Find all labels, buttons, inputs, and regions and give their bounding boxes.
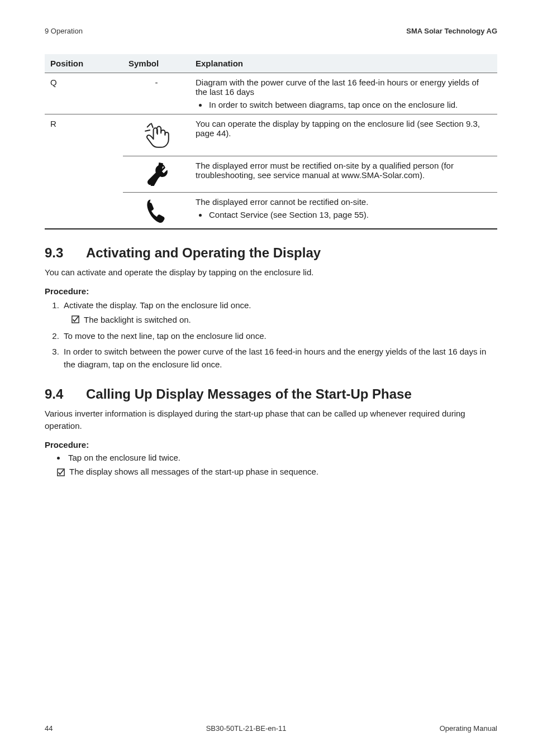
th-symbol: Symbol: [123, 54, 190, 73]
header-company: SMA Solar Technology AG: [406, 27, 497, 35]
section-93-step1: Activate the display. Tap on the enclosu…: [61, 299, 497, 327]
sym-r1: [123, 114, 190, 156]
section-94-title: Calling Up Display Messages of the Start…: [86, 386, 412, 402]
exp-r2: The displayed error must be rectified on…: [190, 156, 497, 193]
symbol-table: Position Symbol Explanation Q - Diagram …: [45, 54, 497, 229]
section-93-intro: You can activate and operate the display…: [45, 266, 497, 279]
exp-q-text: Diagram with the power curve of the last…: [196, 78, 479, 97]
exp-r3-bullet: Contact Service (see Section 13, page 55…: [208, 210, 492, 219]
section-93-steps: Activate the display. Tap on the enclosu…: [45, 299, 497, 371]
sym-r2: [123, 156, 190, 193]
checkbox-icon: [72, 315, 79, 323]
exp-q: Diagram with the power curve of the last…: [190, 73, 497, 114]
th-explanation: Explanation: [190, 54, 497, 73]
section-94-bullet: Tap on the enclosure lid twice.: [66, 453, 497, 462]
section-94-intro: Various inverter information is displaye…: [45, 408, 497, 432]
exp-r3-text: The displayed error cannot be rectified …: [196, 197, 368, 207]
section-94-heading: 9.4 Calling Up Display Messages of the S…: [45, 386, 497, 402]
section-93-title: Activating and Operating the Display: [86, 245, 321, 261]
footer-type: Operating Manual: [440, 724, 497, 733]
section-94-proc-label: Procedure:: [45, 440, 497, 449]
section-93-num: 9.3: [45, 245, 70, 261]
wrench-icon: [143, 161, 170, 188]
sym-r3: [123, 193, 190, 229]
exp-q-bullet: In order to switch between diagrams, tap…: [208, 100, 492, 109]
exp-r3: The displayed error cannot be rectified …: [190, 193, 497, 229]
section-93-step2: To move to the next line, tap on the enc…: [61, 330, 497, 343]
sym-q: -: [123, 73, 190, 114]
section-94-bullets: Tap on the enclosure lid twice.: [45, 453, 497, 462]
section-93-heading: 9.3 Activating and Operating the Display: [45, 245, 497, 261]
exp-r1: You can operate the display by tapping o…: [190, 114, 497, 156]
checkbox-icon: [57, 468, 65, 476]
section-93-proc-label: Procedure:: [45, 286, 497, 296]
pos-q: Q: [45, 73, 123, 114]
section-93-step3: In order to switch between the power cur…: [61, 346, 497, 371]
section-93-step1-result: The backlight is switched on.: [84, 314, 191, 327]
pos-r: R: [45, 114, 123, 229]
header-section: 9 Operation: [45, 27, 83, 35]
section-93-step1-text: Activate the display. Tap on the enclosu…: [64, 300, 251, 310]
section-94-result: The display shows all messages of the st…: [69, 467, 318, 476]
section-94-num: 9.4: [45, 386, 70, 402]
phone-icon: [143, 197, 170, 224]
th-position: Position: [45, 54, 123, 73]
tap-icon: [140, 119, 173, 151]
footer-page: 44: [45, 724, 53, 733]
footer-docid: SB30-50TL-21-BE-en-11: [206, 724, 287, 733]
